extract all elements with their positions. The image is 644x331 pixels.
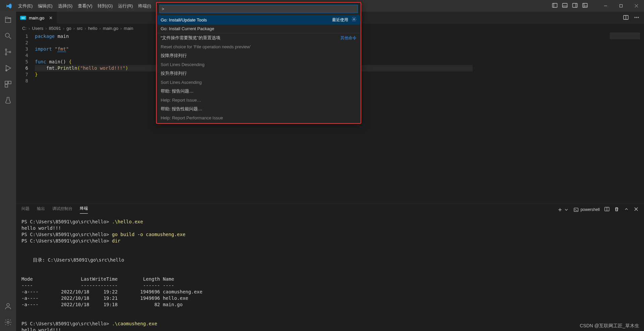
activitybar [0,12,16,331]
tab-main-go[interactable]: GO main.go ✕ [16,12,57,24]
svg-point-16 [5,49,7,50]
svg-rect-34 [574,208,578,211]
svg-text:GO: GO [21,17,25,19]
menu-选择(S)[interactable]: 选择(S) [55,1,75,11]
split-editor-icon[interactable] [623,15,629,21]
svg-point-31 [638,17,639,18]
watermark: CSDN @互联网工匠_草木生 [580,323,639,329]
panel-tab-输出[interactable]: 输出 [37,206,45,214]
terminal-kill-icon[interactable] [614,207,619,213]
svg-rect-6 [583,3,587,7]
svg-rect-20 [5,81,8,84]
tab-label: main.go [29,15,44,20]
command-item[interactable]: 按升序排列行 [157,69,360,78]
line-number: 1 [16,33,35,40]
panel: 问题输出调试控制台终端 powershell PS C:\Users\85091… [16,204,644,331]
breadcrumb-item[interactable]: 85091 [49,26,61,31]
menu-转到(G)[interactable]: 转到(G) [95,1,115,11]
menu-编辑(E)[interactable]: 编辑(E) [35,1,55,11]
panel-maximize-icon[interactable] [624,207,629,213]
layout-primary-icon[interactable] [552,3,557,9]
extensions-icon[interactable] [3,79,13,89]
terminal-split-icon[interactable] [604,207,609,213]
layout-icons [552,3,588,9]
line-number: 2 [16,40,35,46]
search-icon[interactable] [3,31,13,41]
breadcrumb-item[interactable]: go [66,26,71,31]
command-item[interactable]: Help: Report Performance Issue [157,114,360,122]
vscode-icon [6,3,12,9]
gear-icon[interactable] [352,17,357,23]
menu-终端(I)[interactable]: 终端(I) [136,1,154,11]
panel-tab-终端[interactable]: 终端 [80,206,88,214]
panel-close-icon[interactable] [634,207,639,213]
command-item[interactable]: “文件操作需要预览”的重置选项其他命令 [157,33,360,43]
command-item[interactable]: 帮助: 报告问题… [157,87,360,96]
svg-point-14 [5,33,9,37]
layout-panel-icon[interactable] [562,3,568,9]
svg-point-30 [636,17,637,18]
more-actions-icon[interactable] [634,15,639,21]
command-item[interactable]: 帮助: 查看许可证 [157,122,360,122]
terminal-new-icon[interactable] [557,207,569,212]
line-number: 6 [16,65,35,71]
command-item[interactable]: Help: Report Issue… [157,96,360,104]
layout-custom-icon[interactable] [582,3,588,9]
command-palette: Go: Install/Update Tools最近使用Go: Install … [156,2,361,124]
svg-point-17 [5,54,7,55]
command-item[interactable]: 帮助: 报告性能问题… [157,104,360,114]
window-close-button[interactable] [629,0,644,12]
line-number: 3 [16,46,35,52]
window-maximize-button[interactable] [613,0,629,12]
svg-line-15 [9,37,11,39]
svg-rect-22 [5,85,8,87]
go-file-icon: GO [20,16,26,20]
command-item[interactable]: Sort Lines Ascending [157,78,360,87]
svg-point-39 [353,18,355,20]
panel-tab-问题[interactable]: 问题 [21,206,30,214]
svg-rect-2 [562,3,567,7]
breadcrumb-item[interactable]: C: [22,26,26,31]
panel-tabs: 问题输出调试控制台终端 powershell [16,204,644,215]
breadcrumb-item[interactable]: Users [32,26,43,31]
svg-rect-0 [552,3,557,7]
breadcrumb-item[interactable]: hello [88,26,97,31]
breadcrumb-item[interactable]: src [77,26,83,31]
svg-rect-4 [573,3,577,7]
gutter: 12345678 [16,33,35,204]
terminal-output[interactable]: PS C:\Users\85091\go\src\hello> .\hello.… [16,215,644,331]
breadcrumb-item[interactable]: main.go [103,26,118,31]
breadcrumb-item[interactable]: main [124,26,133,31]
svg-rect-13 [5,18,11,22]
svg-point-18 [9,51,11,53]
run-debug-icon[interactable] [3,63,13,73]
command-item[interactable]: 按降序排列行 [157,51,360,60]
testing-icon[interactable] [3,96,13,105]
command-item[interactable]: Reset choice for 'File operation needs p… [157,43,360,51]
svg-rect-21 [8,81,11,84]
svg-point-23 [7,304,9,306]
line-number: 4 [16,52,35,59]
command-item[interactable]: Go: Install Current Package [157,24,360,33]
svg-point-29 [635,17,636,18]
layout-secondary-icon[interactable] [572,3,578,9]
menu-文件(E)[interactable]: 文件(E) [15,1,35,11]
window-minimize-button[interactable] [598,0,613,12]
svg-rect-10 [620,5,622,7]
tab-close-icon[interactable]: ✕ [49,15,53,20]
line-number: 7 [16,71,35,78]
terminal-shell-label[interactable]: powershell [574,207,600,212]
menu-运行(R)[interactable]: 运行(R) [115,1,136,11]
accounts-icon[interactable] [3,301,13,311]
explorer-icon[interactable] [3,15,13,24]
command-item[interactable]: Go: Install/Update Tools最近使用 [157,15,360,24]
settings-gear-icon[interactable] [3,318,13,327]
command-palette-input[interactable] [159,5,358,13]
line-number: 8 [16,78,35,84]
menubar: 文件(E)编辑(E)选择(S)查看(V)转到(G)运行(R)终端(I)帮助 [15,1,168,11]
minimap[interactable] [610,33,640,39]
command-item[interactable]: Sort Lines Descending [157,60,360,69]
panel-tab-调试控制台[interactable]: 调试控制台 [52,206,72,214]
menu-查看(V)[interactable]: 查看(V) [75,1,95,11]
source-control-icon[interactable] [3,47,13,57]
